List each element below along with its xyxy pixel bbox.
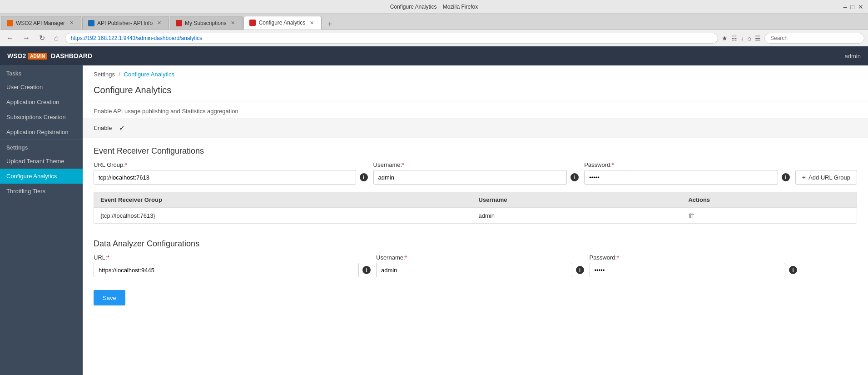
maximize-button[interactable]: □ — [851, 3, 854, 10]
col-event-receiver-group: Event Receiver Group — [94, 192, 472, 208]
event-receiver-password-input[interactable] — [584, 170, 778, 185]
event-receiver-password-info-icon[interactable]: i — [782, 173, 790, 181]
event-receiver-username-input[interactable] — [373, 170, 567, 185]
app-layout: Tasks User Creation Application Creation… — [0, 65, 868, 375]
window-controls[interactable]: – □ ✕ — [843, 3, 863, 10]
event-receiver-username-field: Username:* i — [373, 161, 579, 185]
reload-button[interactable]: ↻ — [36, 33, 48, 43]
save-button[interactable]: Save — [94, 290, 125, 305]
browser-tab-subscriptions[interactable]: My Subscriptions ✕ — [170, 16, 243, 30]
home-icon2[interactable]: ⌂ — [748, 35, 751, 42]
event-receiver-username-info-icon[interactable]: i — [570, 173, 579, 181]
data-analyzer-section-title: Data Analyzer Configurations — [83, 231, 868, 254]
logo-wso2-text: WSO2 — [7, 52, 26, 60]
tab-label-subscriptions: My Subscriptions — [185, 20, 226, 26]
sidebar-tasks-header: Tasks — [0, 65, 83, 80]
delete-icon[interactable]: 🗑 — [688, 212, 694, 219]
analyzer-username-label: Username:* — [376, 254, 584, 261]
tab-close-subscriptions[interactable]: ✕ — [229, 19, 237, 27]
url-group-input-row: i — [94, 170, 368, 185]
event-receiver-section-title: Event Receiver Configurations — [83, 138, 868, 161]
event-receiver-username-input-row: i — [373, 170, 579, 185]
browser-toolbar-icons: ★ ☷ ↓ ⌂ ☰ — [722, 35, 761, 42]
logo-badge: ADMIN — [28, 53, 47, 60]
browser-tab-analytics[interactable]: Configure Analytics ✕ — [243, 16, 322, 30]
address-bar[interactable] — [65, 33, 718, 44]
url-group-info-icon[interactable]: i — [360, 173, 368, 181]
tab-label-analytics: Configure Analytics — [258, 20, 305, 26]
event-receiver-password-label: Password:* — [584, 161, 790, 168]
col-username: Username — [472, 192, 682, 208]
sidebar-item-application-creation[interactable]: Application Creation — [0, 95, 83, 110]
app-topbar: WSO2 ADMIN DASHBOARD admin — [0, 46, 868, 65]
tab-close-wso2[interactable]: ✕ — [68, 19, 75, 27]
sidebar-item-subscriptions-creation[interactable]: Subscriptions Creation — [0, 110, 83, 125]
browser-search-input[interactable] — [764, 33, 864, 44]
browser-tab-wso2[interactable]: WSO2 API Manager ✕ — [1, 16, 81, 30]
analyzer-url-field: URL:* i — [94, 254, 371, 277]
table-cell-group: {tcp://localhost:7613} — [94, 208, 472, 224]
event-receiver-password-input-row: i — [584, 170, 790, 185]
forward-button[interactable]: → — [20, 33, 33, 43]
table-cell-actions: 🗑 — [682, 208, 857, 224]
sidebar-label-application-registration: Application Registration — [6, 129, 69, 135]
sidebar-item-user-creation[interactable]: User Creation — [0, 80, 83, 95]
tab-icon-wso2 — [7, 20, 13, 26]
url-group-label: URL Group:* — [94, 161, 368, 168]
url-group-field: URL Group:* i — [94, 161, 368, 185]
main-content: Settings / Configure Analytics Configure… — [83, 65, 868, 375]
analyzer-username-info-icon[interactable]: i — [576, 266, 584, 274]
tab-label-publisher: API Publisher- API Info — [97, 20, 153, 26]
enable-label: Enable — [94, 125, 112, 131]
analyzer-url-input-row: i — [94, 263, 371, 277]
table-row: {tcp://localhost:7613} admin 🗑 — [94, 208, 857, 224]
topbar-username: admin — [845, 53, 861, 60]
close-button[interactable]: ✕ — [858, 3, 863, 10]
download-icon[interactable]: ↓ — [741, 35, 744, 42]
analyzer-username-field: Username:* i — [376, 254, 584, 277]
sidebar-item-application-registration[interactable]: Application Registration — [0, 125, 83, 140]
sidebar-label-application-creation: Application Creation — [6, 99, 59, 105]
reader-icon[interactable]: ☷ — [731, 35, 737, 42]
analyzer-password-input[interactable] — [590, 263, 786, 277]
event-receiver-table-container: Event Receiver Group Username Actions {t… — [94, 192, 857, 224]
logo-dashboard-text: DASHBOARD — [51, 52, 92, 60]
bookmark-icon[interactable]: ★ — [722, 35, 728, 42]
tab-close-publisher[interactable]: ✕ — [155, 19, 163, 27]
breadcrumb-settings[interactable]: Settings — [94, 71, 115, 78]
home-button[interactable]: ⌂ — [51, 33, 61, 43]
browser-tab-publisher[interactable]: API Publisher- API Info ✕ — [82, 16, 169, 30]
browser-addressbar: ← → ↻ ⌂ ★ ☷ ↓ ⌂ ☰ — [0, 30, 868, 46]
menu-icon[interactable]: ☰ — [755, 35, 761, 42]
analyzer-url-info-icon[interactable]: i — [362, 266, 371, 274]
breadcrumb-separator: / — [119, 71, 120, 78]
event-receiver-password-field: Password:* i — [584, 161, 790, 185]
tab-close-analytics[interactable]: ✕ — [308, 19, 316, 27]
sidebar-item-throttling-tiers[interactable]: Throttling Tiers — [0, 184, 83, 199]
browser-titlebar: Configure Analytics – Mozilla Firefox – … — [0, 0, 868, 14]
sidebar-label-user-creation: User Creation — [6, 84, 43, 90]
event-receiver-table: Event Receiver Group Username Actions {t… — [94, 192, 857, 223]
event-receiver-form-row: URL Group:* i Username:* i — [83, 161, 868, 190]
url-group-input[interactable] — [94, 170, 356, 185]
back-button[interactable]: ← — [4, 33, 16, 43]
minimize-button[interactable]: – — [843, 3, 847, 10]
browser-title: Configure Analytics – Mozilla Firefox — [390, 4, 478, 10]
sidebar-item-configure-analytics[interactable]: Configure Analytics — [0, 169, 83, 184]
sidebar-item-upload-tenant-theme[interactable]: Upload Tenant Theme — [0, 154, 83, 169]
analyzer-url-input[interactable] — [94, 263, 359, 277]
add-url-group-button[interactable]: + Add URL Group — [795, 170, 857, 185]
new-tab-button[interactable]: + — [323, 19, 336, 30]
tab-icon-subscriptions — [176, 20, 182, 26]
sidebar-settings-header: Settings — [0, 140, 83, 154]
plus-icon: + — [802, 174, 806, 181]
tab-icon-publisher — [88, 20, 94, 26]
analyzer-url-label: URL:* — [94, 254, 371, 261]
col-actions: Actions — [682, 192, 857, 208]
analyzer-password-input-row: i — [590, 263, 798, 277]
analyzer-password-info-icon[interactable]: i — [789, 266, 797, 274]
page-title: Configure Analytics — [83, 81, 868, 101]
enable-checkbox[interactable]: ✓ — [119, 124, 125, 132]
breadcrumb: Settings / Configure Analytics — [83, 65, 868, 81]
analyzer-username-input[interactable] — [376, 263, 572, 277]
